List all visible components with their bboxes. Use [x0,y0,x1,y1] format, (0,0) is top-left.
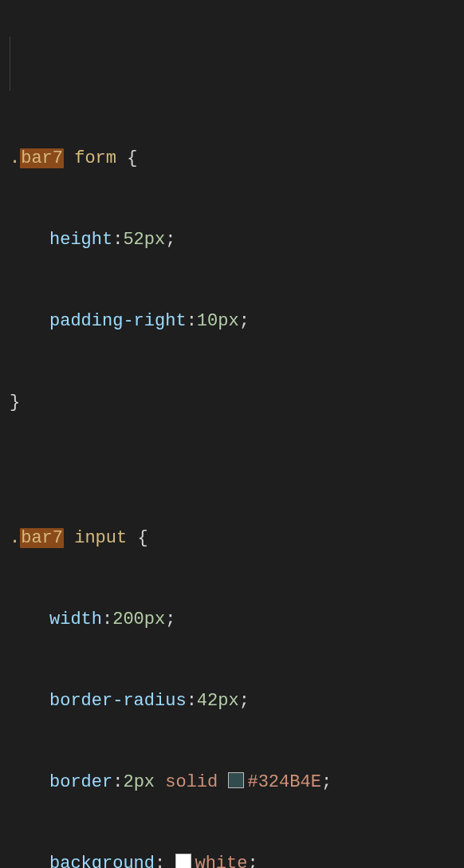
css-property: background [49,854,155,868]
css-unit: px [134,772,155,792]
css-property: width [49,610,102,629]
selector-dot: . [10,528,20,548]
code-line[interactable]: border-radius:42px; [10,688,458,715]
code-line[interactable]: background: white; [10,850,458,868]
css-property: height [49,230,112,250]
css-number: 200 [112,610,144,629]
code-line[interactable]: width:200px; [10,606,458,633]
code-line[interactable]: border:2px solid #324B4E; [10,769,458,796]
code-line[interactable]: padding-right:10px; [10,308,458,335]
css-color: #324B4E [247,772,320,792]
indent-guide [10,37,10,91]
selector-highlight: bar7 [20,528,64,548]
css-property: padding-right [49,311,187,331]
open-brace: { [127,148,137,168]
selector-rest: form [64,148,116,168]
css-number: 42 [197,691,218,711]
selector-rest: input [64,528,127,548]
color-swatch-icon[interactable] [228,772,244,788]
selector-highlight: bar7 [20,148,64,168]
css-unit: px [218,311,238,331]
code-line[interactable]: } [10,389,458,416]
css-number: 10 [197,311,218,331]
css-property: border [49,772,112,792]
code-line[interactable]: .bar7 input { [10,525,458,552]
css-property: border-radius [49,691,187,711]
color-swatch-icon[interactable] [175,854,191,868]
css-keyword: solid [155,772,228,792]
css-unit: px [144,610,165,629]
selector-dot: . [10,148,20,168]
close-brace: } [10,393,20,412]
css-number: 52 [123,230,144,250]
css-unit: px [144,230,165,250]
css-unit: px [218,691,238,711]
css-keyword: white [195,854,247,868]
code-line[interactable]: .bar7 form { [10,145,458,172]
css-number: 2 [123,772,133,792]
open-brace: { [137,528,147,548]
code-line[interactable]: height:52px; [10,227,458,254]
code-editor[interactable]: .bar7 form { height:52px; padding-right:… [0,0,464,868]
